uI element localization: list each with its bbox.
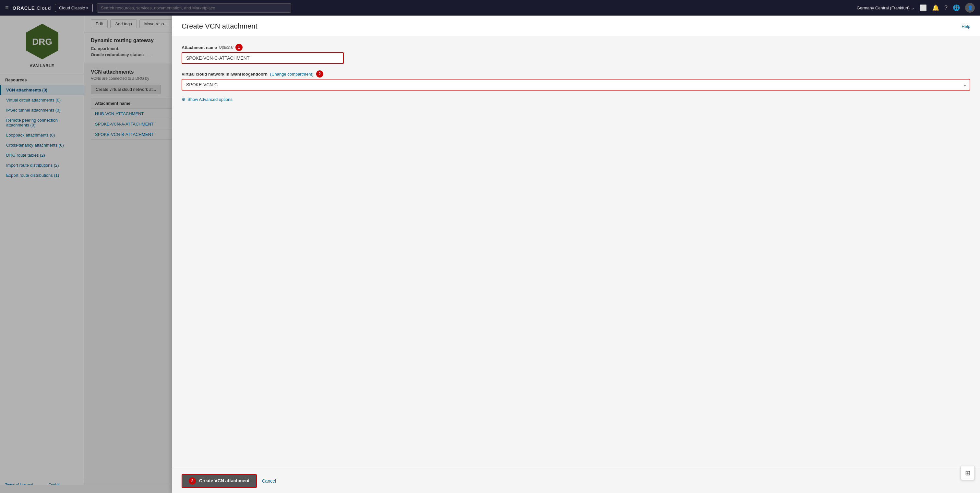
change-compartment-link[interactable]: (Change compartment) [270,72,313,76]
help-icon[interactable]: ? [944,5,948,11]
modal-body: Attachment name Optional 1 Virtual cloud… [172,36,980,469]
vcn-label-row: Virtual cloud network in IwanHoogendoorn… [181,70,970,78]
attachment-name-input[interactable] [181,52,344,64]
attachment-name-group: Attachment name Optional 1 [181,44,970,64]
help-widget-icon: ⊞ [965,469,970,477]
oracle-logo: ORACLE Cloud [13,5,51,11]
modal-header: Create VCN attachment Help [172,16,980,36]
optional-label: Optional [219,45,234,49]
cancel-button[interactable]: Cancel [262,479,276,483]
user-avatar[interactable]: 👤 [965,3,975,13]
region-selector[interactable]: Germany Central (Frankfurt) ⌄ [857,5,915,10]
help-widget[interactable]: ⊞ [961,466,975,480]
step3-badge: 3 [189,477,196,485]
monitor-icon[interactable]: ⬜ [920,4,927,11]
nav-right: Germany Central (Frankfurt) ⌄ ⬜ 🔔 ? 🌐 👤 [857,3,975,13]
hamburger-menu-icon[interactable]: ≡ [5,5,9,11]
sliders-icon: ⚙ [181,97,186,102]
attachment-name-label: Attachment name Optional 1 [181,44,970,51]
step2-badge: 2 [316,70,323,78]
modal-help-link[interactable]: Help [961,24,970,29]
modal-footer: 3 Create VCN attachment Cancel [172,469,980,493]
top-nav: ≡ ORACLE Cloud Cloud Classic > Germany C… [0,0,980,16]
modal-panel: Create VCN attachment Help Attachment na… [172,16,980,493]
vcn-select-group: Virtual cloud network in IwanHoogendoorn… [181,70,970,91]
advanced-options-link[interactable]: ⚙ Show Advanced options [181,97,970,102]
vcn-select-wrapper: SPOKE-VCN-C ⌄ [181,79,970,91]
modal-title: Create VCN attachment [181,22,258,30]
create-vcn-attachment-button[interactable]: 3 Create VCN attachment [181,474,257,488]
globe-icon[interactable]: 🌐 [953,4,960,11]
step1-badge: 1 [235,44,243,51]
bell-icon[interactable]: 🔔 [932,4,939,11]
cloud-classic-button[interactable]: Cloud Classic > [55,4,93,12]
vcn-select[interactable]: SPOKE-VCN-C [181,79,970,91]
search-input[interactable] [97,3,291,13]
vcn-label: Virtual cloud network in IwanHoogendoorn [181,72,267,76]
